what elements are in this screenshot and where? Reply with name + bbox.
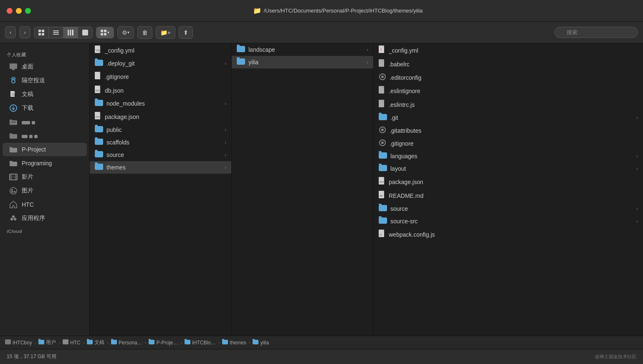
list-item[interactable]: YML _config.yml xyxy=(90,43,231,57)
breadcrumb-separator: › xyxy=(218,340,220,345)
sidebar-item-programing[interactable]: Programing xyxy=(3,157,87,170)
list-item[interactable]: .editorconfig xyxy=(374,71,643,84)
list-item[interactable]: .gitattributes xyxy=(374,124,643,137)
svg-text:JSON: JSON xyxy=(95,116,101,118)
gear-icon: ⚙ xyxy=(122,29,127,36)
list-item[interactable]: JS webpack.config.js xyxy=(374,228,643,241)
list-item[interactable]: layout › xyxy=(374,162,643,175)
folder-icon xyxy=(149,340,154,346)
toolbar: ‹ › xyxy=(0,22,643,43)
sidebar-item-label: 图片 xyxy=(22,187,33,195)
file-icon xyxy=(379,139,386,148)
sidebar-item-label: P-Project xyxy=(22,146,46,153)
folder-icon xyxy=(87,340,93,346)
file-name: README.md xyxy=(389,192,638,199)
main-content: 个人收藏 桌面 隔空投送 文稿 下载 xyxy=(0,43,643,336)
svg-text:MD: MD xyxy=(380,195,383,197)
list-item[interactable]: .babelrc xyxy=(374,57,643,71)
chevron-right-icon: › xyxy=(636,206,638,211)
back-button[interactable]: ‹ xyxy=(5,26,16,38)
list-item[interactable]: JSON db.json xyxy=(90,83,231,97)
sidebar-item-documents[interactable]: 文稿 xyxy=(3,88,87,101)
sidebar-item-apps[interactable]: 应用程序 xyxy=(3,212,87,225)
sidebar-item-desktop[interactable]: 桌面 xyxy=(3,60,87,73)
chevron-right-icon: › xyxy=(636,115,638,120)
list-item[interactable]: JSON package.json xyxy=(374,175,643,189)
watermark: @稀土掘金技术社区 xyxy=(595,354,636,360)
breadcrumb-item-htc[interactable]: HTC xyxy=(63,339,81,346)
back-icon: ‹ xyxy=(10,29,11,35)
list-item[interactable]: languages › xyxy=(374,150,643,162)
list-item[interactable]: source › xyxy=(90,149,231,161)
column-icon xyxy=(68,30,73,35)
file-name: .gitattributes xyxy=(390,127,638,134)
view-cover-button[interactable] xyxy=(78,27,92,38)
svg-rect-8 xyxy=(10,120,12,121)
sort-button[interactable]: ▾ xyxy=(96,27,114,38)
minimize-button[interactable] xyxy=(16,8,22,14)
breadcrumb-item-users[interactable]: 用户 xyxy=(38,339,56,346)
file-name: source xyxy=(390,205,633,212)
list-item[interactable]: source-src › xyxy=(374,215,643,228)
list-item[interactable]: JSON package.json xyxy=(90,110,231,124)
list-item[interactable]: public › xyxy=(90,124,231,136)
sidebar-item-photos[interactable]: 图片 xyxy=(3,184,87,197)
list-item[interactable]: MD README.md xyxy=(374,189,643,202)
breadcrumb-item-personal[interactable]: Persona… xyxy=(111,340,142,346)
grid-sort-icon xyxy=(101,30,106,35)
sidebar-item-folder1[interactable] xyxy=(3,115,87,129)
breadcrumb-item-pproject[interactable]: P-Proje… xyxy=(149,340,178,346)
list-icon xyxy=(53,30,59,35)
close-button[interactable] xyxy=(7,8,13,14)
list-item[interactable]: node_modules › xyxy=(90,97,231,110)
breadcrumb-separator: › xyxy=(107,340,109,345)
list-item[interactable]: themes › xyxy=(90,161,231,174)
file-icon xyxy=(379,59,385,69)
sidebar-item-htc[interactable]: HTC xyxy=(3,198,87,211)
apps-icon xyxy=(9,214,18,222)
file-icon: ! xyxy=(379,46,385,55)
status-bar: 15 项，37.17 GB 可用 @稀土掘金技术社区 xyxy=(0,349,643,364)
file-columns: YML _config.yml .deploy_git › .gitignore xyxy=(90,43,643,336)
file-name: _config.yml xyxy=(389,47,638,54)
search-input[interactable] xyxy=(554,27,638,38)
list-item[interactable]: scaffolds › xyxy=(90,136,231,149)
list-item[interactable]: .gitignore xyxy=(90,70,231,83)
list-item[interactable]: .git › xyxy=(374,111,643,124)
list-item[interactable]: .gitignore xyxy=(374,137,643,150)
file-icon xyxy=(379,126,386,135)
sidebar-item-p-project[interactable]: P-Project xyxy=(3,143,87,156)
settings-button[interactable]: ⚙ ▾ xyxy=(118,27,134,38)
sidebar-item-folder2[interactable] xyxy=(3,129,87,142)
list-item[interactable]: yilia › xyxy=(232,56,373,68)
delete-button[interactable]: 🗑 xyxy=(137,26,152,39)
view-column-button[interactable] xyxy=(63,27,78,38)
forward-button[interactable]: › xyxy=(19,26,30,38)
file-icon xyxy=(379,152,387,160)
breadcrumb-item-drive[interactable]: iHTCboy xyxy=(5,339,32,346)
breadcrumb-item-ihtcblog[interactable]: iHTCBlo… xyxy=(185,340,216,346)
breadcrumb-item-yilia[interactable]: yilia xyxy=(253,340,269,346)
list-item[interactable]: .deploy_git › xyxy=(90,57,231,70)
sidebar-item-label: 隔空投送 xyxy=(22,77,45,84)
breadcrumb-item-themes[interactable]: themes xyxy=(222,340,246,346)
view-grid-button[interactable] xyxy=(34,27,49,38)
list-item[interactable]: source › xyxy=(374,202,643,215)
breadcrumb-item-wenzhao[interactable]: 文稿 xyxy=(87,339,104,346)
list-item[interactable]: .eslintrc.js xyxy=(374,98,643,111)
list-item[interactable]: ! _config.yml xyxy=(374,43,643,57)
new-folder-button[interactable]: 📁+ xyxy=(156,26,175,39)
svg-rect-16 xyxy=(10,161,12,163)
list-item[interactable]: landscape › xyxy=(232,43,373,56)
maximize-button[interactable] xyxy=(25,8,31,14)
sidebar-item-label: 文稿 xyxy=(22,91,33,98)
sidebar-item-airdrop[interactable]: 隔空投送 xyxy=(3,74,87,87)
share-button[interactable]: ⬆ xyxy=(179,26,193,39)
sidebar-item-movies[interactable]: 影片 xyxy=(3,170,87,184)
forward-icon: › xyxy=(24,29,25,35)
view-list-button[interactable] xyxy=(49,27,63,38)
list-item[interactable]: .eslintignore xyxy=(374,84,643,98)
file-icon xyxy=(237,46,245,53)
settings-chevron-icon: ▾ xyxy=(127,30,129,35)
sidebar-item-downloads[interactable]: 下载 xyxy=(3,101,87,115)
